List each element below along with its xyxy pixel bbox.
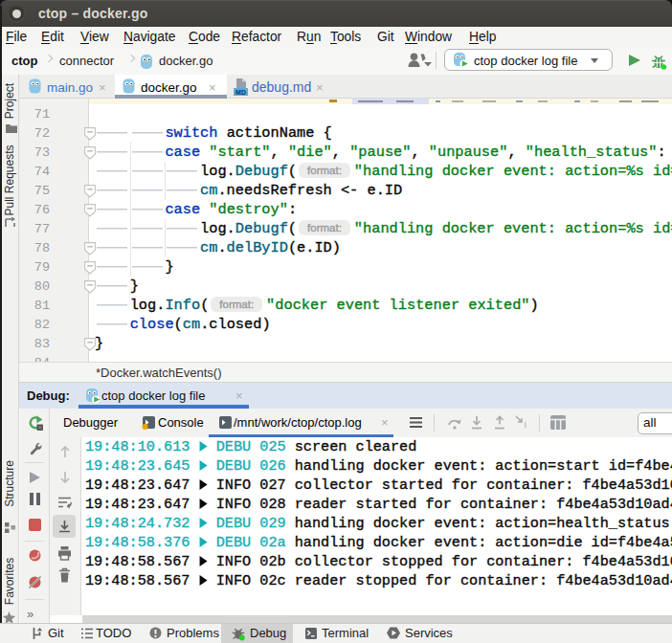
svg-text:I: I [525, 420, 527, 430]
svg-text:MD: MD [235, 89, 246, 96]
